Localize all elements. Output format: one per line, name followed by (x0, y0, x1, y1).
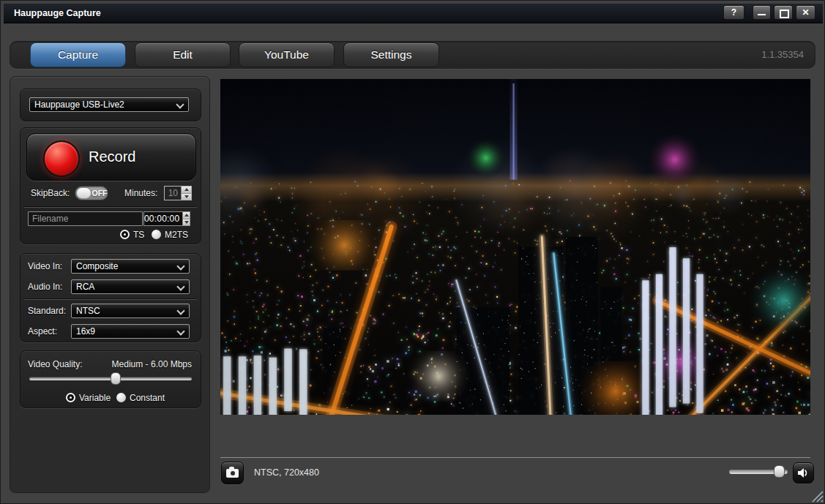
radio-m2ts[interactable] (152, 230, 161, 239)
chevron-down-icon (176, 262, 184, 270)
audio-in-select[interactable]: RCA (71, 279, 190, 294)
chevron-down-icon (176, 282, 184, 290)
arrow-up-icon (184, 211, 189, 217)
help-button[interactable]: ? (723, 5, 744, 20)
skipback-toggle[interactable]: OFF (75, 186, 108, 200)
close-button[interactable]: ✕ (796, 5, 815, 20)
video-in-select[interactable]: Composite (71, 259, 190, 274)
skipback-label: SkipBack: (31, 186, 70, 200)
close-icon: ✕ (802, 7, 809, 18)
quality-group: Video Quality: Medium - 6.00 Mbps Variab… (20, 350, 201, 408)
tab-capture[interactable]: Capture (30, 42, 126, 67)
minimize-icon (758, 14, 766, 15)
version-label: 1.1.35354 (761, 41, 804, 69)
minutes-spinner[interactable]: 10 (164, 186, 192, 200)
minutes-value: 10 (165, 187, 181, 200)
quality-slider-knob[interactable] (111, 372, 121, 385)
tab-edit[interactable]: Edit (135, 42, 231, 67)
arrow-down-icon (184, 195, 189, 200)
app-window: Hauppauge Capture ? ✕ Capture Edit YouTu… (0, 0, 825, 504)
divider (24, 299, 197, 300)
radio-variable[interactable] (66, 393, 75, 402)
status-separator (220, 457, 810, 458)
radio-ts[interactable] (120, 230, 130, 239)
volume-slider-knob[interactable] (774, 465, 785, 478)
radio-constant[interactable] (116, 393, 126, 402)
minutes-up-button[interactable] (182, 187, 191, 194)
device-group: Hauppauge USB-Live2 (20, 89, 201, 121)
inputs-group: Video In: Composite Audio In: RCA Standa… (20, 253, 201, 342)
audio-in-value: RCA (76, 282, 94, 292)
aspect-select[interactable]: 16x9 (71, 324, 190, 339)
radio-m2ts-label: M2TS (165, 230, 188, 240)
arrow-down-icon (184, 221, 189, 226)
tab-strip: Capture Edit YouTube Settings 1.1.35354 (10, 41, 815, 69)
video-preview-canvas (220, 79, 810, 415)
aspect-label: Aspect: (28, 324, 57, 339)
speaker-icon (797, 467, 810, 478)
tab-youtube[interactable]: YouTube (239, 42, 335, 67)
chevron-down-icon (176, 100, 184, 108)
arrow-up-icon (184, 186, 189, 191)
toggle-state-label: OFF (92, 189, 108, 198)
standard-label: Standard: (28, 304, 66, 318)
chevron-down-icon (176, 327, 184, 335)
record-button[interactable]: Record (26, 133, 196, 181)
radio-variable-label: Variable (79, 393, 111, 403)
video-in-value: Composite (76, 261, 118, 271)
toggle-knob (76, 187, 92, 199)
help-icon: ? (731, 7, 736, 18)
tab-settings[interactable]: Settings (343, 42, 439, 67)
timer-up-button[interactable] (183, 212, 190, 219)
camera-icon (226, 469, 239, 478)
maximize-icon (780, 10, 789, 18)
record-button-label: Record (89, 134, 135, 180)
record-icon (43, 140, 80, 177)
radio-constant-label: Constant (130, 393, 165, 403)
minutes-label: Minutes: (124, 186, 157, 200)
filename-input[interactable] (28, 211, 143, 226)
timer-down-button[interactable] (183, 219, 190, 226)
mute-button[interactable] (793, 462, 814, 484)
minutes-down-button[interactable] (182, 194, 191, 200)
chevron-down-icon (176, 306, 184, 315)
video-preview (220, 79, 810, 415)
snapshot-button[interactable] (221, 462, 244, 484)
volume-slider-track[interactable] (729, 469, 788, 474)
radio-ts-label: TS (133, 230, 144, 240)
quality-label: Video Quality: (28, 357, 83, 372)
video-in-label: Video In: (28, 259, 62, 274)
standard-value: NTSC (76, 306, 100, 316)
minimize-button[interactable] (753, 5, 771, 20)
divider (24, 207, 197, 208)
device-select[interactable]: Hauppauge USB-Live2 (29, 97, 189, 112)
resolution-label: NTSC, 720x480 (254, 462, 319, 484)
record-group: Record SkipBack: OFF Minutes: 10 00:00:0… (20, 127, 201, 244)
standard-select[interactable]: NTSC (71, 304, 190, 318)
aspect-value: 16x9 (76, 326, 95, 336)
quality-slider-track[interactable] (29, 377, 192, 380)
audio-in-label: Audio In: (28, 279, 62, 294)
resize-grip[interactable] (806, 485, 824, 503)
timer-spinner[interactable]: 00:00:00 (143, 211, 190, 226)
capture-sidebar: Hauppauge USB-Live2 Record SkipBack: OFF… (10, 76, 210, 493)
timer-value: 00:00:00 (144, 212, 182, 225)
window-title: Hauppauge Capture (14, 4, 101, 23)
title-bar[interactable]: Hauppauge Capture ? ✕ (4, 4, 823, 23)
maximize-button[interactable] (774, 5, 793, 20)
quality-value: Medium - 6.00 Mbps (112, 357, 192, 372)
device-select-value: Hauppauge USB-Live2 (34, 99, 124, 110)
